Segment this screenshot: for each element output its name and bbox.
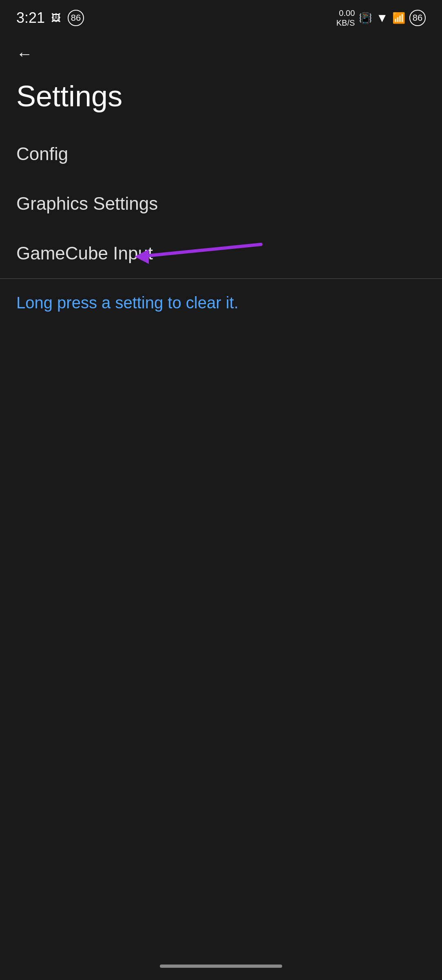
image-icon: 🖼 (51, 12, 61, 24)
signal-icon: 📶 (392, 12, 405, 24)
status-badge-left: 86 (68, 10, 84, 26)
network-speed: 0.00 KB/S (336, 8, 355, 28)
status-badge-right: 86 (409, 10, 426, 26)
status-bar-left: 3:21 🖼 86 (16, 9, 84, 26)
menu-item-gamecube-input[interactable]: GameCube Input (0, 229, 442, 278)
page-title: Settings (0, 71, 442, 129)
vibration-icon: 📳 (359, 12, 372, 24)
hint-text: Long press a setting to clear it. (16, 294, 239, 312)
hint-section: Long press a setting to clear it. (0, 279, 442, 327)
home-indicator (160, 965, 282, 968)
menu-item-graphics-settings[interactable]: Graphics Settings (0, 179, 442, 229)
status-bar: 3:21 🖼 86 0.00 KB/S 📳 ▼ 📶 86 (0, 0, 442, 33)
back-button[interactable]: ← (0, 33, 442, 71)
wifi-icon: ▼ (376, 11, 388, 25)
back-arrow-icon: ← (16, 45, 33, 63)
status-bar-right: 0.00 KB/S 📳 ▼ 📶 86 (336, 8, 426, 28)
status-time: 3:21 (16, 9, 45, 26)
menu-item-config[interactable]: Config (0, 129, 442, 179)
